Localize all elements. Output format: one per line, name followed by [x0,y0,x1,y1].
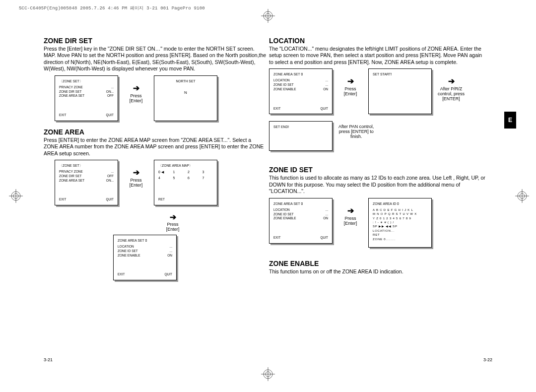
osd-set-start: SET START! [368,68,432,114]
step-label: press [ENTER] to [339,129,374,134]
step-label: control, press [438,91,465,96]
zone-num: 0 ◀ [158,170,169,174]
zone-num: 4 [158,176,169,180]
step-after-prz: ➔ After P/R/Z control, press [ENTER] [438,68,465,101]
osd-value: ... [111,170,114,174]
osd-title: ZONE AREA SET 0 [118,238,172,243]
osd-label: ZONE AREA SET [59,179,84,183]
step-label: Press [130,178,141,183]
osd-title: SET START! [373,72,427,76]
zone-num: 1 [173,170,184,174]
osd-value: ... [170,249,172,254]
osd-value: ON... [106,179,114,183]
osd-quit: QUIT [164,272,172,277]
osd-quit: QUIT [106,197,114,202]
arrow-right-icon: ➔ [347,207,354,215]
osd-value: ... [326,83,328,87]
osd-label: ZONE AREA SET [59,94,84,98]
zone-num: 5 [173,176,184,180]
body-zone-area: Press [ENTER] to enter the ZONE AREA MAP… [44,137,267,157]
osd-quit: QUIT [320,107,328,111]
osd-label: PRIVACY ZONE [59,85,83,90]
osd-value: ... [111,85,114,90]
osd-label: ZONE ENABLE [273,87,296,92]
osd-label: ZONE DIR SET [59,90,82,94]
osd-value: ... [326,208,328,212]
section-title-zone-enable: ZONE ENABLE [269,260,492,267]
zone-num: 2 [188,170,199,174]
section-title-zone-id-set: ZONE ID SET [269,166,492,174]
step-label: [Enter] [166,227,180,232]
char-row: : ! - ∗ # ( ) / [373,220,427,224]
crop-mark-top [261,9,275,25]
arrow-right-icon: ➔ [448,77,455,85]
char-row: SP ▶▶ ◀◀ SP [373,224,427,228]
osd-label: ZONE ENABLE [118,254,140,258]
char-row: LOCATION... [373,229,427,233]
osd-value: ... [326,78,328,83]
osd-title: SET END! [273,125,328,129]
step-press-enter: ➔ Press [Enter] [124,160,148,188]
arrow-down-icon: ➔ [170,212,176,222]
osd-ret: RET [158,197,165,202]
arrow-right-icon: ➔ [133,84,139,92]
step-press-enter: ➔ Press [Enter] [338,68,362,96]
section-title-location: LOCATION [269,37,492,45]
step-label: Press [167,222,178,227]
step-press-enter: ➔ Press [Enter] [124,75,148,103]
step-label: Press [344,86,356,91]
osd-title: 〈ZONE SET〉 [59,163,114,168]
osd-set-end: SET END! [269,121,333,151]
crop-mark-right [513,189,529,203]
osd-quit: QUIT [320,236,328,240]
osd-title: ZONE AREA SET 0 [273,72,328,76]
osd-title: ZONE AREA ID 0 [373,201,427,206]
osd-exit: EXIT [273,107,280,111]
osd-title: NORTH SET [158,79,213,83]
crop-mark-bottom [261,367,275,383]
osd-zone-area-map: 〈ZONE AREA MAP〉 0 ◀ 1 2 3 4 5 6 7 RET [154,160,217,205]
osd-zone-area-set: ZONE AREA SET 0 LOCATION... ZONE ID SET.… [269,68,333,114]
body-zone-id-set: This function is used to allocate as man… [269,175,492,195]
body-zone-enable: This function turns on or off the ZONE A… [269,268,492,275]
osd-label: ZONE ID SET [118,249,138,254]
osd-label: ZONE DIR SET [59,174,82,179]
osd-quit: QUIT [106,113,114,118]
left-page: ZONE DIR SET Press the [Enter] key in th… [44,35,267,362]
zone-num: 6 [188,176,199,180]
page-number: 3-22 [483,357,492,362]
osd-label: LOCATION [273,208,290,212]
step-label: [Enter] [344,221,357,226]
osd-zone-set-2: 〈ZONE SET〉 PRIVACY ZONE... ZONE DIR SETO… [55,160,118,205]
step-after-pan: After PAN control, press [ENTER] to fini… [338,121,374,139]
osd-value: ON [323,87,328,92]
step-label: finish. [350,134,362,139]
char-row: Y Z 0 1 2 3 4 5 6 7 8 9 [373,216,427,220]
osd-exit: EXIT [273,236,280,240]
osd-label: ZONE ENABLE [273,216,296,221]
print-header: SCC-C6405P(Eng)005048 2005.7.26 4:46 PM … [19,5,205,11]
right-page: LOCATION The "LOCATION..." menu designat… [269,35,492,362]
char-row: M N O P Q R S T U V W X [373,212,427,216]
step-press-enter: ➔ Press [Enter] [338,198,362,226]
osd-zone-area-set: ZONE AREA SET 0 LOCATION... ZONE ID SET.… [113,235,177,280]
osd-label: PRIVACY ZONE [59,170,83,174]
zone-num: 3 [202,170,213,174]
crop-mark-left [7,189,23,203]
step-label: Press [130,93,141,98]
osd-value: OFF [107,174,114,179]
osd-title: 〈ZONE AREA MAP〉 [158,163,213,168]
step-label: [ENTER] [442,96,460,101]
char-row: ZONE 0........ [373,237,427,241]
osd-label: LOCATION [273,78,290,83]
section-title-zone-area: ZONE AREA [44,128,267,136]
step-press-enter-down: ➔ Press [Enter] [158,212,188,232]
char-row: A B C D E F G H I J K L [373,208,427,212]
osd-label: ZONE ID SET [273,83,294,87]
osd-title: ZONE AREA SET 0 [273,201,328,206]
step-label: Press [344,216,356,221]
language-tab: E [504,112,516,129]
osd-north-set: NORTH SET N [154,75,217,121]
osd-label: ZONE ID SET [273,212,294,217]
osd-zone-area-id: ZONE AREA ID 0 A B C D E F G H I J K L M… [368,198,432,248]
